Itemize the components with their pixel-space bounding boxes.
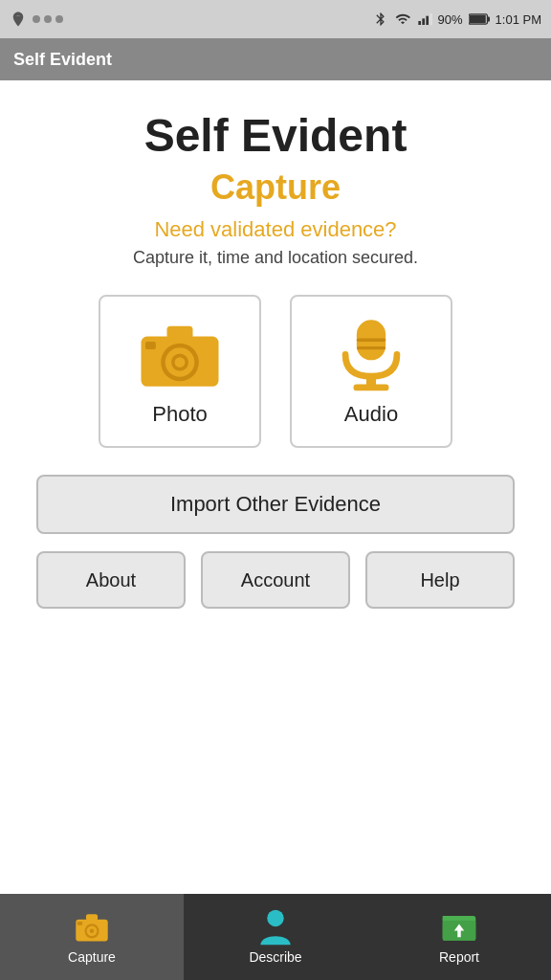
gps-icon [10, 11, 27, 28]
import-button[interactable]: Import Other Evidence [36, 475, 515, 534]
tab-report-icon [441, 909, 477, 946]
capture-subtitle: Capture [210, 167, 341, 208]
tab-report[interactable]: Report [367, 894, 551, 980]
battery-text: 90% [438, 12, 463, 27]
bluetooth-icon [373, 11, 388, 27]
photo-option[interactable]: Photo [99, 295, 261, 448]
camera-icon [137, 316, 223, 392]
svg-rect-7 [469, 15, 485, 23]
svg-point-23 [90, 929, 95, 934]
tab-describe-label: Describe [249, 949, 301, 965]
svg-rect-17 [357, 346, 386, 349]
tab-describe[interactable]: Describe [184, 894, 367, 980]
svg-rect-13 [167, 326, 193, 340]
microphone-icon [328, 316, 414, 392]
app-name: Self Evident [144, 109, 408, 162]
main-content: Self Evident Capture Need validated evid… [0, 80, 551, 894]
time-text: 1:01 PM [496, 12, 541, 27]
about-button[interactable]: About [36, 551, 186, 609]
nav-buttons: About Account Help [36, 551, 515, 609]
status-bar-right: 90% 1:01 PM [373, 11, 541, 27]
account-button[interactable]: Account [201, 551, 350, 609]
capture-options: Photo Audio [99, 295, 452, 448]
tab-capture-icon [74, 909, 110, 946]
svg-rect-19 [353, 385, 388, 391]
svg-point-26 [267, 910, 283, 926]
svg-point-12 [175, 357, 186, 368]
wifi-icon [394, 11, 411, 27]
status-bar-left [10, 11, 63, 28]
svg-rect-3 [426, 16, 429, 25]
svg-rect-1 [418, 21, 421, 25]
status-bar: 90% 1:01 PM [0, 0, 551, 38]
help-button[interactable]: Help [365, 551, 515, 609]
menu-dots [33, 15, 63, 23]
svg-rect-6 [487, 16, 490, 21]
tab-describe-icon [257, 909, 294, 946]
svg-rect-25 [77, 922, 82, 925]
app-title-bar-text: Self Evident [13, 50, 112, 70]
battery-icon [469, 12, 490, 26]
audio-label: Audio [344, 402, 398, 427]
svg-rect-24 [86, 914, 98, 921]
photo-label: Photo [152, 402, 208, 427]
tab-capture-label: Capture [68, 949, 116, 965]
svg-rect-18 [366, 374, 376, 386]
app-title-bar: Self Evident [0, 38, 551, 80]
svg-rect-14 [145, 342, 156, 349]
tagline: Need validated evidence? [154, 217, 396, 242]
audio-option[interactable]: Audio [290, 295, 452, 448]
tab-report-label: Report [439, 949, 479, 965]
svg-rect-4 [430, 13, 432, 25]
signal-icon [417, 11, 432, 27]
description: Capture it, time and location secured. [133, 248, 418, 268]
tab-capture[interactable]: Capture [0, 894, 184, 980]
svg-rect-2 [422, 18, 425, 25]
svg-rect-16 [357, 339, 386, 342]
bottom-tab-bar: Capture Describe Report [0, 894, 551, 980]
